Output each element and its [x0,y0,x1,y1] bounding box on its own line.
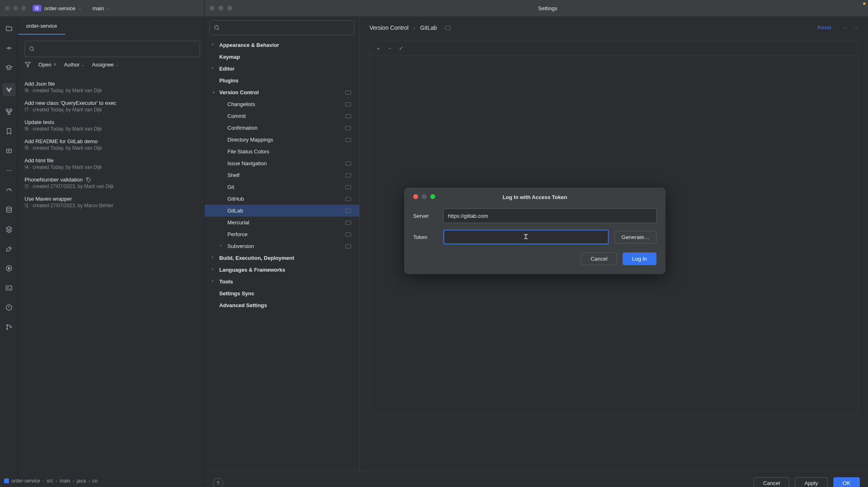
forward-icon[interactable]: → [853,24,858,31]
svg-rect-5 [10,109,12,111]
tree-item-plugins[interactable]: Plugins [205,75,359,86]
commit-icon[interactable] [5,44,13,52]
tree-item-advanced[interactable]: Advanced Settings [205,299,359,311]
chevron-right-icon: › [212,255,213,259]
svg-point-17 [10,327,11,328]
terminal-icon[interactable] [5,284,13,292]
tree-item-issue-navigation[interactable]: Issue Navigation [205,157,359,169]
breadcrumb-item[interactable]: main [60,478,70,484]
list-item[interactable]: Use Maven wrapper !1 · created 27/07/202… [24,193,200,212]
folder-icon[interactable] [5,24,13,33]
gauge-icon[interactable] [5,186,13,194]
filter-author[interactable]: Author ⌄ [64,62,85,68]
tree-item-subversion[interactable]: ›Subversion [205,240,359,252]
tree-item-tools[interactable]: ›Tools [205,276,359,288]
gitlab-icon[interactable] [2,83,16,96]
close-icon[interactable] [209,6,214,11]
breadcrumb: order-service › src › main › java › co [4,475,98,487]
breadcrumb-item[interactable]: Version Control [369,24,409,31]
tree-item-changelists[interactable]: Changelists [205,98,359,110]
tree-item-gitlab[interactable]: GitLab [205,205,359,217]
tree-item-git[interactable]: Git [205,181,359,193]
list-item[interactable]: PhoneNumber validation !2 · created 27/0… [24,173,200,193]
minimize-icon[interactable] [13,6,18,11]
tree-item-perforce[interactable]: Perforce [205,228,359,240]
database-icon[interactable] [5,206,13,214]
remove-icon[interactable]: − [388,45,392,51]
mr-meta: !1 · created 27/07/2023, by Marco Behler [24,203,200,208]
tree-item-github[interactable]: GitHub [205,193,359,205]
tree-item-file-status-colors[interactable]: File Status Colors [205,146,359,157]
list-item[interactable]: Add Json file !8 · created Today, by Mar… [24,77,200,97]
tree-label: Keymap [219,54,240,60]
reset-link[interactable]: Reset [817,24,831,31]
maximize-icon[interactable] [430,194,435,199]
login-button[interactable]: Log In [623,252,657,265]
help-button[interactable]: ? [213,478,223,487]
tree-item-mercurial[interactable]: Mercurial [205,217,359,228]
minimize-icon[interactable] [422,194,427,199]
filter-icon[interactable] [24,61,31,68]
branch-selector[interactable]: main ⌄ [90,5,109,11]
tree-item-confirmation[interactable]: Confirmation [205,122,359,134]
tree-item-appearance[interactable]: ›Appearance & Behavior [205,39,359,51]
filter-state[interactable]: Open ✕ [38,62,57,68]
close-icon[interactable] [413,194,418,199]
svg-point-9 [8,170,9,171]
back-icon[interactable]: ← [843,24,848,31]
play-icon[interactable] [5,264,13,272]
breadcrumb-item[interactable]: src [47,478,53,484]
breadcrumb-item[interactable]: co [92,478,98,484]
tree-item-directory-mappings[interactable]: Directory Mappings [205,134,359,146]
breadcrumb-item[interactable]: java [77,478,86,484]
hammer-icon[interactable] [5,245,13,253]
chevron-down-icon: ⌄ [81,62,85,67]
layers-icon[interactable] [5,225,13,233]
tree-item-version-control[interactable]: ⌄Version Control [205,86,359,98]
close-icon[interactable] [5,6,10,11]
generate-button[interactable]: Generate… [614,231,657,244]
maximize-icon[interactable] [21,6,26,11]
mr-search-input[interactable] [24,41,200,57]
list-item[interactable]: Add html file !4 · created Today, by Mar… [24,154,200,173]
more-icon[interactable] [5,166,13,175]
tree-item-settings-sync[interactable]: Settings Sync [205,288,359,299]
structure-icon[interactable] [5,108,13,116]
tree-item-keymap[interactable]: Keymap [205,51,359,63]
tree-item-shelf[interactable]: Shelf [205,169,359,181]
graduation-icon[interactable] [5,64,13,72]
check-icon[interactable]: ✓ [399,45,403,51]
close-icon[interactable]: ✕ [53,62,57,67]
filter-assignee[interactable]: Assignee ⌄ [92,62,118,68]
tool-tab[interactable]: order-service [18,18,65,35]
settings-search-input[interactable] [209,20,354,35]
tree-item-languages[interactable]: ›Languages & Frameworks [205,264,359,276]
list-item[interactable]: Add README for GitLab demo !5 · created … [24,135,200,154]
cancel-button[interactable]: Cancel [581,252,617,265]
tool-tab-row: order-service [18,16,65,36]
tree-item-editor[interactable]: ›Editor [205,63,359,75]
list-item[interactable]: Update tests !6 · created Today, by Mari… [24,116,200,135]
tree-item-build[interactable]: ›Build, Execution, Deployment [205,252,359,264]
token-input[interactable] [443,230,609,244]
tree-label: Advanced Settings [219,302,267,308]
tree-label: GitHub [227,196,244,202]
minimize-icon[interactable] [218,6,223,11]
git-icon[interactable] [5,323,13,331]
ok-button[interactable]: OK [833,477,860,487]
tree-item-commit[interactable]: Commit [205,110,359,122]
apply-button[interactable]: Apply [795,477,827,487]
chevron-down-icon[interactable]: ⌄ [78,6,82,11]
pull-request-icon[interactable] [5,147,13,155]
server-input[interactable] [443,208,657,223]
list-item[interactable]: Add new class 'QueryExecutor' to exec !7… [24,97,200,116]
breadcrumb-item[interactable]: order-service [11,478,40,484]
bookmark-icon[interactable] [5,127,13,135]
tree-label: Issue Navigation [227,160,267,166]
warning-icon[interactable] [5,303,13,312]
add-icon[interactable]: ＋ [376,45,381,52]
project-name[interactable]: order-service [45,5,76,11]
maximize-icon[interactable] [227,6,232,11]
scope-icon [345,197,351,201]
cancel-button[interactable]: Cancel [754,477,790,487]
